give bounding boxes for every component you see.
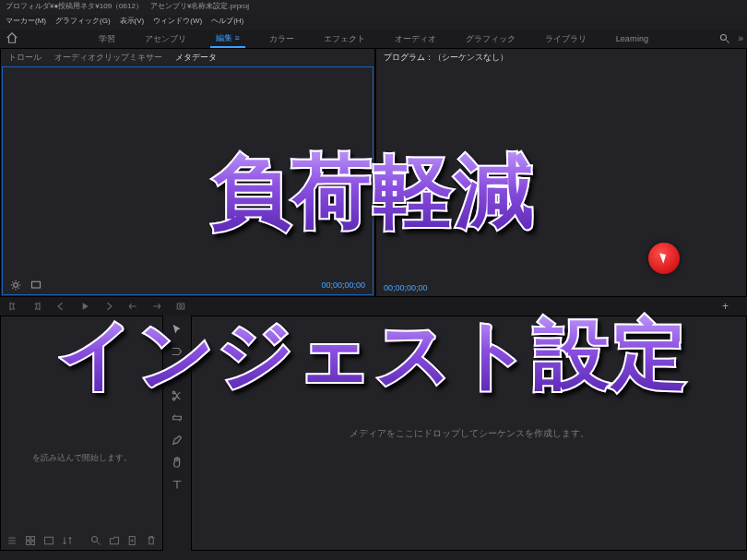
svg-point-4	[180, 305, 183, 308]
tab-audio[interactable]: オーディオ	[389, 31, 442, 47]
mark-in-icon[interactable]	[7, 301, 18, 312]
source-monitor-body: 00;00;00;00	[2, 66, 374, 295]
step-fwd-icon[interactable]	[103, 301, 114, 312]
svg-point-0	[721, 35, 727, 41]
program-monitor-body: 00;00;00;00	[376, 66, 746, 296]
source-tab-control[interactable]: トロール	[8, 52, 42, 64]
lower-row: を読み込んで開始します。 メディアをここに	[0, 316, 747, 551]
monitor-row: トロール オーディオクリップミキサー メタデータ 00;00;00;00	[0, 48, 747, 297]
icon-view-icon[interactable]	[25, 535, 36, 546]
project-panel: を読み込んで開始します。	[0, 316, 163, 551]
program-transport: 00;00;00;00	[384, 283, 739, 292]
new-bin-icon[interactable]	[109, 535, 120, 546]
menu-view[interactable]: 表示(V)	[120, 16, 145, 29]
title-bar: プロフォルダ¥●投稿用ネタ¥109（0612） アセンブリ¥名称未設定.prpr…	[0, 0, 747, 15]
tab-learning-jp[interactable]: 学習	[93, 31, 121, 47]
svg-rect-7	[27, 542, 30, 545]
svg-rect-2	[32, 281, 41, 288]
project-import-hint: を読み込んで開始します。	[1, 452, 162, 464]
search-icon[interactable]	[719, 33, 730, 44]
overwrite-icon[interactable]	[151, 301, 162, 312]
menu-bar: マーカー(M) グラフィック(G) 表示(V) ウィンドウ(W) ヘルプ(H)	[0, 15, 747, 30]
tab-color[interactable]: カラー	[264, 31, 300, 47]
export-frame-icon[interactable]	[175, 301, 186, 312]
timeline-drop-hint: メディアをここにドロップしてシーケンスを作成します。	[350, 427, 589, 440]
pen-tool-icon[interactable]	[171, 434, 184, 447]
source-tab-metadata[interactable]: メタデータ	[175, 52, 217, 64]
svg-rect-6	[31, 537, 35, 541]
svg-point-10	[92, 537, 98, 542]
tool-palette	[163, 316, 191, 551]
svg-rect-8	[31, 542, 35, 545]
type-tool-icon[interactable]	[171, 478, 184, 491]
project-footer	[6, 535, 157, 546]
overflow-icon[interactable]: »	[738, 33, 743, 43]
source-monitor-panel: トロール オーディオクリップミキサー メタデータ 00;00;00;00	[0, 48, 375, 297]
program-timecode: 00;00;00;00	[384, 283, 428, 292]
tab-assembly[interactable]: アセンブリ	[139, 31, 192, 47]
svg-rect-9	[45, 537, 53, 544]
fit-icon[interactable]	[30, 280, 42, 291]
play-icon[interactable]	[79, 301, 90, 312]
tab-learning-en[interactable]: Learning	[611, 32, 654, 45]
track-select-tool-icon[interactable]	[171, 345, 184, 358]
program-monitor-panel: プログラム：（シーケンスなし） 00;00;00;00	[375, 48, 747, 297]
sort-icon[interactable]	[62, 535, 73, 546]
source-timecode: 00;00;00;00	[321, 280, 365, 290]
svg-rect-3	[177, 304, 184, 309]
step-back-icon[interactable]	[55, 301, 66, 312]
trash-icon[interactable]	[146, 535, 157, 546]
list-view-icon[interactable]	[6, 535, 18, 546]
svg-point-1	[14, 283, 18, 288]
program-tab[interactable]: プログラム：（シーケンスなし）	[384, 52, 508, 64]
razor-tool-icon[interactable]	[171, 389, 184, 402]
find-icon[interactable]	[90, 535, 101, 546]
slip-tool-icon[interactable]	[171, 411, 184, 424]
menu-graphic[interactable]: グラフィック(G)	[55, 16, 111, 29]
timeline-panel[interactable]: メディアをここにドロップしてシーケンスを作成します。	[191, 316, 747, 551]
home-icon[interactable]	[6, 31, 18, 44]
mark-out-icon[interactable]	[31, 301, 42, 312]
ripple-tool-icon[interactable]	[171, 367, 184, 380]
tab-effects[interactable]: エフェクト	[318, 31, 371, 47]
source-tab-audiomixer[interactable]: オーディオクリップミキサー	[54, 52, 162, 64]
freeform-view-icon[interactable]	[43, 535, 54, 546]
button-editor-plus-icon[interactable]: +	[722, 300, 729, 313]
new-item-icon[interactable]	[127, 535, 138, 546]
tab-graphics[interactable]: グラフィック	[460, 31, 521, 47]
settings-icon[interactable]	[10, 280, 21, 291]
workspace-tab-bar: 学習 アセンブリ 編集 ≡ カラー エフェクト オーディオ グラフィック ライブ…	[0, 30, 747, 48]
hand-tool-icon[interactable]	[171, 456, 184, 469]
svg-rect-5	[27, 537, 30, 541]
menu-window[interactable]: ウィンドウ(W)	[153, 16, 202, 29]
premiere-window: プロフォルダ¥●投稿用ネタ¥109（0612） アセンブリ¥名称未設定.prpr…	[0, 0, 747, 560]
transport-bar: +	[0, 297, 747, 316]
tab-library[interactable]: ライブラリ	[540, 31, 592, 47]
menu-marker[interactable]: マーカー(M)	[6, 16, 46, 29]
menu-help[interactable]: ヘルプ(H)	[211, 16, 243, 29]
source-transport: 00;00;00;00	[10, 280, 365, 291]
insert-icon[interactable]	[127, 301, 138, 312]
tab-editing[interactable]: 編集 ≡	[210, 30, 245, 48]
selection-tool-icon[interactable]	[171, 323, 184, 336]
